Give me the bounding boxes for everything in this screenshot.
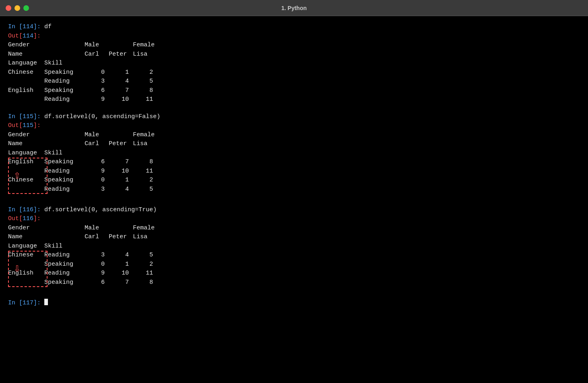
out-num-116: 116	[23, 215, 33, 222]
cursor	[44, 299, 48, 305]
out-label-115: Out[115]:	[8, 121, 580, 131]
input-line-114: In [114]: df	[8, 23, 580, 32]
out-label-114: Out[114]:	[8, 32, 580, 41]
window-title: 1. Python	[281, 5, 306, 11]
close-button[interactable]	[6, 5, 11, 11]
maximize-button[interactable]	[23, 5, 29, 11]
titlebar: 1. Python	[0, 0, 588, 16]
out-label-116: Out[116]:	[8, 214, 580, 224]
input-line-117: In [117]:	[8, 299, 580, 308]
table-116: GenderMaleFemale NameCarlPeterLisa Langu…	[8, 224, 580, 291]
in-prompt-117: In [117]:	[8, 299, 44, 308]
input-line-116: In [116]: df.sortlevel(0, ascending=True…	[8, 206, 580, 215]
in-prompt-116: In [116]:	[8, 206, 44, 215]
out-num-114: 114	[23, 33, 33, 40]
code-115: df.sortlevel(0, ascending=False)	[44, 112, 160, 122]
in-prompt-114: In [114]:	[8, 23, 44, 32]
block-116: In [116]: df.sortlevel(0, ascending=True…	[8, 206, 580, 291]
block-115: In [115]: df.sortlevel(0, ascending=Fals…	[8, 112, 580, 198]
table-115: GenderMaleFemale NameCarlPeterLisa Langu…	[8, 131, 580, 198]
block-114: In [114]: df Out[114]: GenderMaleFemale …	[8, 23, 580, 104]
out-num-115: 115	[23, 122, 33, 129]
code-116: df.sortlevel(0, ascending=True)	[44, 206, 157, 215]
minimize-button[interactable]	[14, 5, 20, 11]
input-line-115: In [115]: df.sortlevel(0, ascending=Fals…	[8, 112, 580, 122]
table-114: GenderMaleFemale NameCarlPeterLisa Langu…	[8, 41, 580, 104]
terminal[interactable]: In [114]: df Out[114]: GenderMaleFemale …	[0, 16, 588, 383]
code-114: df	[44, 23, 52, 32]
in-prompt-115: In [115]:	[8, 112, 44, 122]
block-117: In [117]:	[8, 299, 580, 308]
